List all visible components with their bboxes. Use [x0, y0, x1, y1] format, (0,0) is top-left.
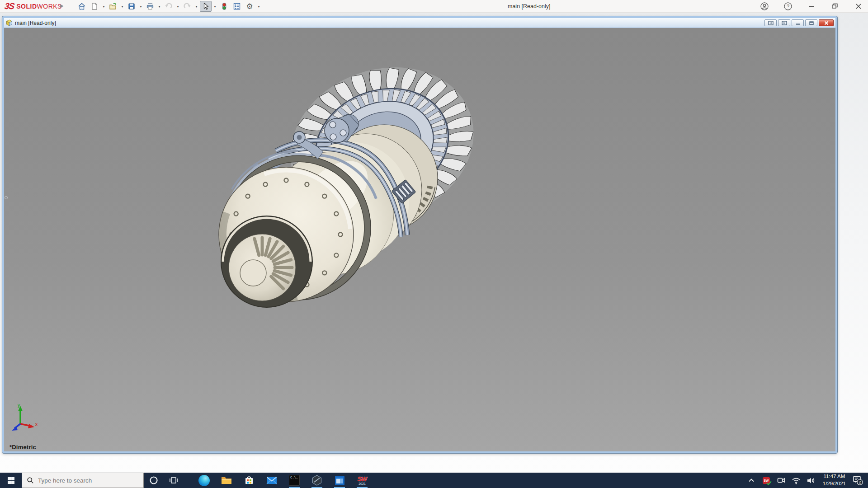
minimize-icon: [808, 3, 815, 10]
taskbar-app-terminal[interactable]: C:\_: [283, 473, 306, 488]
wifi-icon: [792, 477, 801, 484]
cortana-icon: [149, 475, 159, 485]
app-window-controls: ?: [759, 0, 864, 13]
taskbar: C:\_ SW 2021 SW: [0, 473, 868, 488]
clock-time: 11:47 AM: [823, 473, 846, 480]
main-toolbar: ▾ ▾ ▾ ▾ ▾ ▾ ▾ ⚙ ▾: [76, 1, 261, 12]
svg-text:?: ?: [787, 4, 789, 9]
account-button[interactable]: [759, 0, 770, 12]
doc-close-button[interactable]: [819, 19, 834, 26]
taskbar-clock[interactable]: 11:47 AM 1/29/2021: [820, 473, 849, 487]
open-dropdown[interactable]: ▾: [120, 1, 125, 12]
taskbar-app-window[interactable]: [328, 473, 351, 488]
app-titlebar: 3S SOLIDWORKS ▶ ▾ ▾ ▾ ▾ ▾ ▾: [0, 0, 868, 13]
close-button[interactable]: [853, 0, 864, 12]
undo-dropdown[interactable]: ▾: [175, 1, 180, 12]
new-document-dropdown[interactable]: ▾: [101, 1, 106, 12]
store-icon: [244, 475, 255, 486]
redo-icon: [183, 2, 192, 11]
help-icon: ?: [783, 2, 793, 11]
document-title: main [Read-only]: [15, 20, 56, 26]
taskbar-search[interactable]: [22, 473, 144, 488]
close-icon: [855, 3, 862, 10]
doc-restore-button[interactable]: [805, 19, 817, 26]
tray-volume[interactable]: [805, 474, 817, 486]
taskbar-app-hexagon[interactable]: [306, 473, 328, 488]
taskbar-app-edge[interactable]: [193, 473, 215, 488]
rebuild-button[interactable]: [218, 1, 230, 12]
doc-minimize-button[interactable]: [792, 19, 804, 26]
file-properties-button[interactable]: [231, 1, 243, 12]
undo-icon: [164, 2, 173, 11]
tray-expand-button[interactable]: [745, 474, 757, 486]
task-view-icon: [169, 476, 178, 485]
doc-restore-icon: [809, 21, 814, 25]
dock-left-button[interactable]: [764, 19, 777, 26]
minimize-button[interactable]: [806, 0, 817, 12]
taskbar-app-mail[interactable]: [260, 473, 283, 488]
3ds-mark: 3S: [4, 1, 14, 11]
app-window-title: main [Read-only]: [508, 3, 551, 9]
view-orientation-label: *Dimetric: [9, 444, 36, 450]
options-button[interactable]: ⚙: [244, 1, 255, 12]
restore-button[interactable]: [829, 0, 841, 12]
windows-logo-icon: [8, 477, 14, 484]
action-center-button[interactable]: 2: [852, 474, 863, 486]
home-button[interactable]: [76, 1, 88, 12]
notification-badge: 2: [859, 480, 861, 484]
undo-button[interactable]: [163, 1, 175, 12]
x-axis-label: x: [35, 422, 38, 427]
start-button[interactable]: [0, 473, 22, 488]
help-button[interactable]: ?: [782, 0, 794, 12]
tray-network[interactable]: [790, 474, 802, 486]
tray-meet-now[interactable]: [775, 474, 787, 486]
speaker-icon: [807, 477, 816, 484]
new-document-icon: [90, 2, 99, 11]
open-button[interactable]: [107, 1, 119, 12]
solidworks-logo: 3S SOLIDWORKS: [5, 1, 62, 11]
options-dropdown[interactable]: ▾: [256, 1, 261, 12]
taskbar-app-store[interactable]: [238, 473, 260, 488]
document-window: main [Read-only]: [2, 16, 837, 453]
doc-minimize-icon: [795, 21, 801, 25]
dock-left-icon: [768, 21, 774, 25]
save-icon: [127, 2, 136, 11]
y-axis-label: y: [18, 403, 20, 408]
doc-close-icon: [824, 21, 829, 25]
redo-dropdown[interactable]: ▾: [194, 1, 199, 12]
search-input[interactable]: [38, 477, 133, 484]
engine-model[interactable]: .bladeO{fill:#f0f0f0;fill-opacity:.92;st…: [4, 28, 835, 451]
file-explorer-icon: [221, 475, 232, 485]
redo-button[interactable]: [181, 1, 193, 12]
tray-solidworks-monitor[interactable]: SW: [760, 474, 772, 486]
clock-date: 1/29/2021: [823, 480, 846, 488]
select-dropdown[interactable]: ▾: [212, 1, 217, 12]
save-button[interactable]: [126, 1, 137, 12]
taskbar-app-solidworks[interactable]: SW 2021: [351, 473, 373, 488]
save-dropdown[interactable]: ▾: [138, 1, 143, 12]
task-view-button[interactable]: [164, 473, 184, 488]
solidworks-2021-icon: SW 2021: [358, 475, 367, 485]
print-button[interactable]: [144, 1, 156, 12]
graphics-viewport[interactable]: .bladeO{fill:#f0f0f0;fill-opacity:.92;st…: [4, 28, 835, 451]
document-window-controls: [764, 19, 834, 26]
cortana-button[interactable]: [144, 473, 164, 488]
window-app-icon: [334, 475, 345, 486]
home-icon: [77, 2, 86, 11]
orientation-triad[interactable]: y x: [12, 403, 38, 431]
brand-text: SOLIDWORKS: [16, 3, 62, 10]
select-button[interactable]: [200, 1, 212, 12]
mail-icon: [266, 476, 278, 485]
new-document-button[interactable]: [89, 1, 100, 12]
taskbar-apps: C:\_ SW 2021: [193, 473, 373, 488]
print-dropdown[interactable]: ▾: [157, 1, 162, 12]
action-center-icon: 2: [852, 475, 863, 486]
file-properties-icon: [232, 2, 241, 11]
chevron-up-icon: [748, 477, 755, 483]
document-titlebar[interactable]: main [Read-only]: [4, 18, 835, 28]
dock-right-button[interactable]: [778, 19, 790, 26]
taskbar-app-file-explorer[interactable]: [215, 473, 238, 488]
menu-expand-arrow[interactable]: ▶: [60, 3, 64, 8]
account-icon: [760, 2, 769, 11]
edge-icon: [198, 475, 210, 486]
